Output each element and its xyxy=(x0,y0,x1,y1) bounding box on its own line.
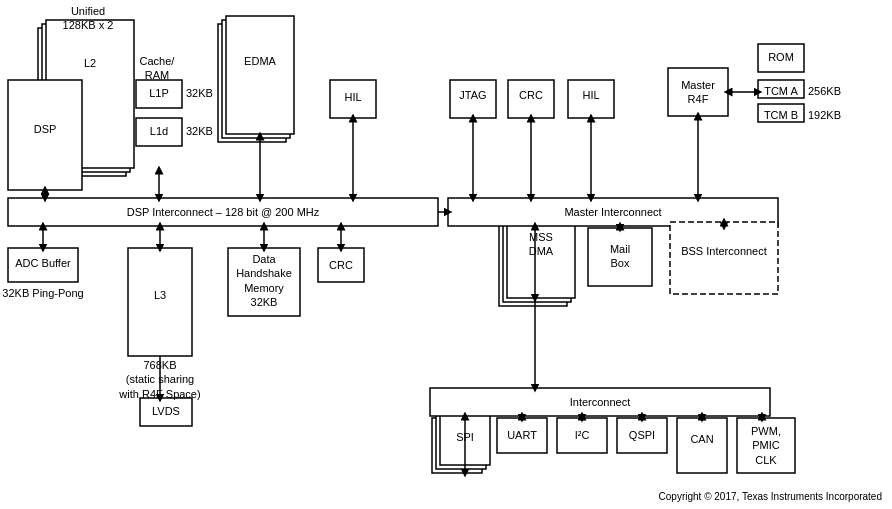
edma-label: EDMA xyxy=(226,54,294,68)
l3-size-label: 768KB(static sharingwith R4F Space) xyxy=(118,358,202,401)
i2c-label: I²C xyxy=(557,428,607,442)
pwm-label: PWM,PMICCLK xyxy=(737,424,795,467)
rom-label: ROM xyxy=(758,50,804,64)
unified-label: Unified128KB x 2 xyxy=(48,4,128,33)
dsp-interconnect-label: DSP Interconnect – 128 bit @ 200 MHz xyxy=(8,198,438,226)
l2-label: L2 xyxy=(60,56,120,70)
mss-dma-label: MSSDMA xyxy=(507,230,575,259)
crc-right-label: CRC xyxy=(508,88,554,102)
svg-rect-7 xyxy=(226,16,294,134)
adc-buffer-label: ADC Buffer xyxy=(8,256,78,270)
tcm-a-label: TCM A xyxy=(758,84,804,98)
master-r4f-label: MasterR4F xyxy=(668,78,728,107)
size-192kb: 192KB xyxy=(808,108,841,122)
svg-rect-5 xyxy=(218,24,286,142)
svg-rect-11 xyxy=(432,418,482,473)
svg-rect-2 xyxy=(38,28,126,176)
can-label: CAN xyxy=(677,432,727,446)
master-interconnect-label: Master Interconnect xyxy=(448,198,778,226)
lvds-label: LVDS xyxy=(140,404,192,418)
spi-label: SPI xyxy=(440,430,490,444)
data-handshake-label: DataHandshakeMemory32KB xyxy=(228,252,300,309)
crc-left-label: CRC xyxy=(318,258,364,272)
hil-left-label: HIL xyxy=(330,90,376,104)
copyright: Copyright © 2017, Texas Instruments Inco… xyxy=(659,490,882,503)
svg-rect-6 xyxy=(222,20,290,138)
size-l1d: 32KB xyxy=(186,124,213,138)
l3-label: L3 xyxy=(128,288,192,302)
qspi-label: QSPI xyxy=(617,428,667,442)
uart-label: UART xyxy=(497,428,547,442)
l1p-label: L1P xyxy=(136,86,182,100)
l1d-label: L1d xyxy=(136,124,182,138)
adc-label: 32KB Ping-Pong xyxy=(2,286,84,300)
jtag-label: JTAG xyxy=(450,88,496,102)
svg-rect-4 xyxy=(46,20,134,168)
hil-right-label: HIL xyxy=(568,88,614,102)
svg-rect-18 xyxy=(46,20,134,168)
interconnect-label: Interconnect xyxy=(430,388,770,416)
bss-interconnect-label: BSS Interconnect xyxy=(670,244,778,258)
cache-ram-label: Cache/RAM xyxy=(132,54,182,83)
size-256kb: 256KB xyxy=(808,84,841,98)
svg-rect-3 xyxy=(42,24,130,172)
tcm-b-label: TCM B xyxy=(758,108,804,122)
size-l1p: 32KB xyxy=(186,86,213,100)
mail-box-label: MailBox xyxy=(588,242,652,271)
dsp-label: DSP xyxy=(8,122,82,136)
